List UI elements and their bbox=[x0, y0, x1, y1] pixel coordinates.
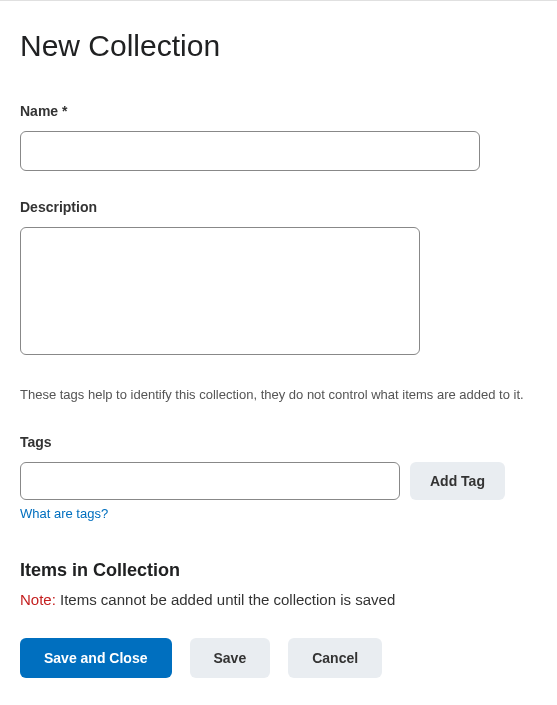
tags-input[interactable] bbox=[20, 462, 400, 500]
tags-helper-text: These tags help to identify this collect… bbox=[20, 387, 537, 402]
what-are-tags-link[interactable]: What are tags? bbox=[20, 506, 108, 521]
save-button[interactable]: Save bbox=[190, 638, 271, 678]
note-body: Items cannot be added until the collecti… bbox=[56, 591, 395, 608]
note-prefix: Note: bbox=[20, 591, 56, 608]
name-input[interactable] bbox=[20, 131, 480, 171]
items-note: Note: Items cannot be added until the co… bbox=[20, 591, 537, 608]
button-row: Save and Close Save Cancel bbox=[20, 638, 537, 678]
description-field-group: Description bbox=[20, 199, 537, 359]
add-tag-button[interactable]: Add Tag bbox=[410, 462, 505, 500]
save-and-close-button[interactable]: Save and Close bbox=[20, 638, 172, 678]
name-label: Name * bbox=[20, 103, 537, 119]
name-field-group: Name * bbox=[20, 103, 537, 171]
description-label: Description bbox=[20, 199, 537, 215]
tags-row: Add Tag bbox=[20, 462, 537, 500]
cancel-button[interactable]: Cancel bbox=[288, 638, 382, 678]
page-title: New Collection bbox=[20, 29, 537, 63]
tags-field-group: Tags Add Tag What are tags? bbox=[20, 434, 537, 522]
description-input[interactable] bbox=[20, 227, 420, 355]
tags-label: Tags bbox=[20, 434, 537, 450]
items-section-heading: Items in Collection bbox=[20, 560, 537, 581]
